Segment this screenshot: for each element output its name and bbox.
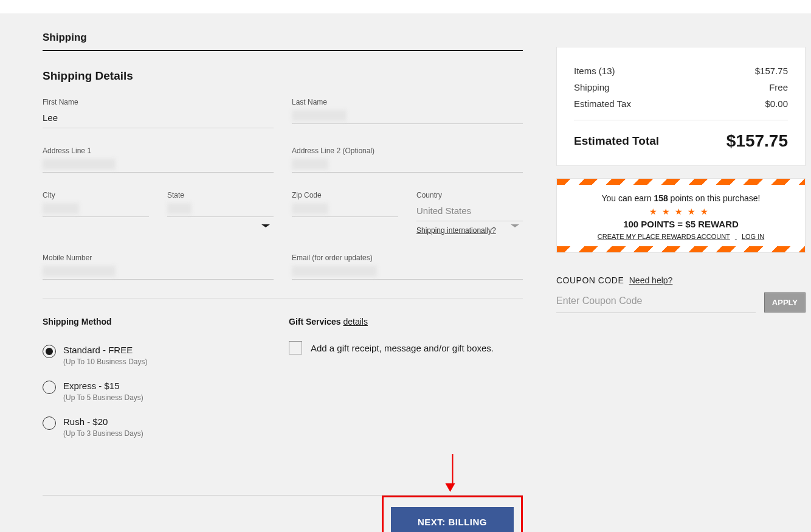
apply-coupon-button[interactable]: APPLY bbox=[764, 292, 806, 313]
shipping-internationally-link[interactable]: Shipping internationally? bbox=[416, 226, 496, 235]
divider bbox=[43, 298, 523, 299]
coupon-section: COUPON CODE Need help? APPLY bbox=[556, 275, 806, 313]
stars-icon: ★★★★★ bbox=[569, 207, 793, 216]
shipping-option-label: Standard - FREE bbox=[63, 345, 148, 355]
shipping-option-express[interactable]: Express - $15 (Up To 5 Business Days) bbox=[43, 381, 277, 402]
shipping-option-sub: (Up To 3 Business Days) bbox=[63, 429, 143, 438]
next-billing-button[interactable]: NEXT: BILLING bbox=[391, 507, 514, 532]
summary-tax-value: $0.00 bbox=[765, 98, 788, 109]
coupon-help-link[interactable]: Need help? bbox=[629, 275, 673, 285]
radio-icon bbox=[43, 345, 56, 358]
country-select[interactable] bbox=[416, 203, 523, 221]
city-redacted bbox=[43, 203, 79, 214]
divider bbox=[574, 120, 788, 120]
order-summary-card: Items (13) $157.75 Shipping Free Estimat… bbox=[556, 47, 806, 166]
summary-total-value: $157.75 bbox=[726, 131, 788, 151]
country-label: Country bbox=[416, 191, 523, 199]
radio-icon bbox=[43, 381, 56, 394]
state-label: State bbox=[167, 191, 274, 199]
summary-shipping-value: Free bbox=[769, 82, 788, 92]
first-name-label: First Name bbox=[43, 98, 274, 106]
checkbox-icon bbox=[289, 341, 302, 354]
address1-label: Address Line 1 bbox=[43, 147, 274, 155]
chevron-down-icon[interactable] bbox=[261, 224, 270, 227]
shipping-option-rush[interactable]: Rush - $20 (Up To 3 Business Days) bbox=[43, 416, 277, 438]
radio-icon bbox=[43, 416, 56, 430]
annotation-highlight: NEXT: BILLING bbox=[382, 496, 523, 532]
shipping-option-label: Rush - $20 bbox=[63, 416, 143, 427]
gift-details-link[interactable]: details bbox=[343, 317, 368, 326]
first-name-input[interactable] bbox=[43, 110, 274, 128]
last-name-label: Last Name bbox=[292, 98, 523, 106]
shipping-method-title: Shipping Method bbox=[43, 317, 277, 326]
gift-checkbox-row[interactable]: Add a gift receipt, message and/or gift … bbox=[289, 341, 523, 354]
login-link[interactable]: LOG IN bbox=[742, 233, 764, 240]
summary-shipping-label: Shipping bbox=[574, 82, 609, 92]
email-label: Email (for order updates) bbox=[292, 254, 523, 262]
annotation-arrow-icon bbox=[450, 454, 455, 492]
order-summary-sidebar: Items (13) $157.75 Shipping Free Estimat… bbox=[556, 13, 806, 532]
mobile-redacted bbox=[43, 266, 116, 277]
last-name-redacted bbox=[292, 110, 347, 121]
shipping-option-sub: (Up To 10 Business Days) bbox=[63, 358, 148, 366]
rewards-card: You can earn 158 points on this purchase… bbox=[556, 178, 806, 253]
city-label: City bbox=[43, 191, 149, 199]
shipping-main: Shipping Shipping Details First Name Las… bbox=[15, 13, 523, 532]
create-rewards-account-link[interactable]: CREATE MY PLACE REWARDS ACCOUNT bbox=[598, 233, 730, 240]
address1-redacted bbox=[43, 159, 116, 170]
coupon-code-label: COUPON CODE bbox=[556, 275, 624, 285]
rewards-earn-text: You can earn 158 points on this purchase… bbox=[569, 193, 793, 203]
address2-redacted bbox=[292, 159, 328, 170]
shipping-details-title: Shipping Details bbox=[43, 69, 523, 83]
summary-total-label: Estimated Total bbox=[574, 134, 659, 148]
shipping-option-label: Express - $15 bbox=[63, 381, 143, 391]
shipping-option-standard[interactable]: Standard - FREE (Up To 10 Business Days) bbox=[43, 345, 277, 366]
gift-checkbox-label: Add a gift receipt, message and/or gift … bbox=[311, 343, 494, 353]
zip-label: Zip Code bbox=[292, 191, 398, 199]
summary-tax-label: Estimated Tax bbox=[574, 98, 631, 109]
address2-label: Address Line 2 (Optional) bbox=[292, 147, 523, 155]
chevron-down-icon[interactable] bbox=[511, 224, 519, 227]
gift-services-title: Gift Services details bbox=[289, 317, 523, 326]
mobile-label: Mobile Number bbox=[43, 254, 274, 262]
shipping-option-sub: (Up To 5 Business Days) bbox=[63, 393, 143, 402]
rewards-equation: 100 POINTS = $5 REWARD bbox=[569, 219, 793, 229]
section-title: Shipping bbox=[43, 13, 523, 51]
summary-items-value: $157.75 bbox=[755, 66, 788, 76]
state-redacted bbox=[167, 203, 192, 214]
summary-items-label: Items (13) bbox=[574, 66, 615, 76]
coupon-code-input[interactable] bbox=[556, 292, 756, 313]
zip-redacted bbox=[292, 203, 328, 214]
email-redacted bbox=[292, 266, 377, 277]
